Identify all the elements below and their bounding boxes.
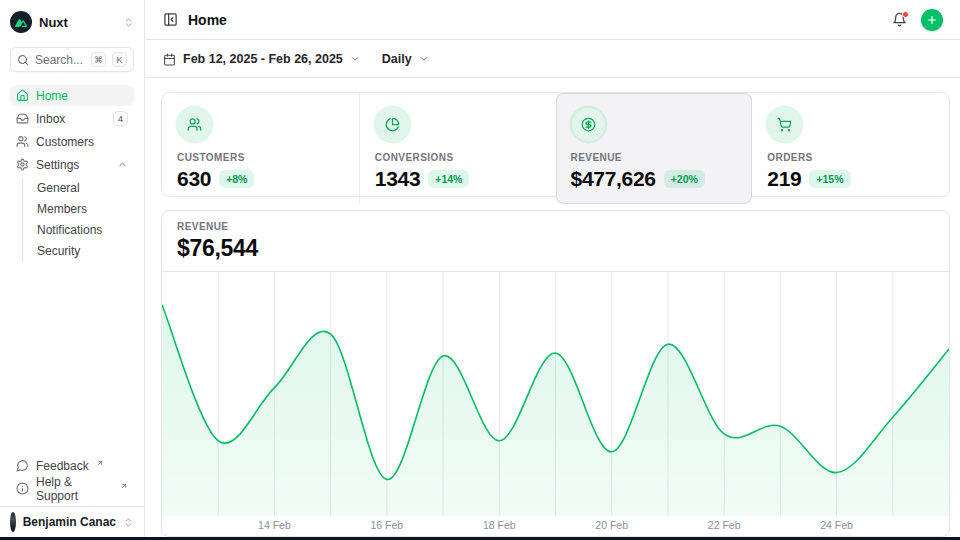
inbox-count-badge: 4 bbox=[113, 111, 128, 126]
area-chart-svg bbox=[162, 272, 949, 516]
info-circle-icon bbox=[16, 482, 29, 495]
stat-value: 219 bbox=[767, 167, 801, 191]
sidebar-item-label: Feedback bbox=[36, 459, 89, 473]
calendar-icon bbox=[163, 53, 176, 66]
search-input[interactable]: Search... ⌘ K bbox=[10, 47, 134, 72]
inbox-icon bbox=[16, 112, 29, 125]
chevron-down-icon bbox=[419, 54, 429, 64]
x-tick-label: 16 Feb bbox=[370, 519, 403, 531]
gear-icon bbox=[16, 158, 29, 171]
pie-chart-icon bbox=[376, 108, 409, 141]
nuxt-logo-icon bbox=[10, 11, 32, 33]
user-name: Benjamin Canac bbox=[23, 515, 116, 529]
kbd-k: K bbox=[112, 52, 127, 67]
chevron-up-icon bbox=[117, 159, 128, 170]
circle-dollar-icon bbox=[572, 108, 605, 141]
chart-x-axis: 14 Feb16 Feb18 Feb20 Feb22 Feb24 Feb bbox=[162, 516, 949, 536]
chart-metric-value: $76,544 bbox=[177, 235, 934, 262]
home-icon bbox=[16, 89, 29, 102]
stat-value: 1343 bbox=[375, 167, 421, 191]
collapse-sidebar-button[interactable] bbox=[163, 12, 178, 27]
users-icon bbox=[178, 108, 211, 141]
chart-header: REVENUE $76,544 bbox=[162, 211, 949, 272]
sidebar-item-label: Home bbox=[36, 89, 68, 103]
search-icon bbox=[17, 54, 29, 66]
chevrons-up-down-icon bbox=[123, 517, 134, 528]
change-badge: +8% bbox=[219, 170, 254, 188]
x-tick-label: 18 Feb bbox=[483, 519, 516, 531]
external-link-icon bbox=[96, 459, 104, 467]
chevrons-up-down-icon bbox=[123, 17, 134, 28]
sidebar-item-notifications[interactable]: Notifications bbox=[34, 220, 134, 241]
x-tick-label: 22 Feb bbox=[708, 519, 741, 531]
sidebar-item-settings[interactable]: Settings bbox=[10, 154, 134, 175]
stat-card-revenue[interactable]: REVENUE $477,626 +20% bbox=[556, 93, 753, 204]
sidebar: Nuxt Search... ⌘ K Home Inbox 4 Customer… bbox=[0, 0, 145, 537]
kbd-cmd: ⌘ bbox=[91, 52, 106, 67]
page-title: Home bbox=[188, 12, 227, 28]
stat-card-customers[interactable]: CUSTOMERS 630 +8% bbox=[162, 93, 359, 204]
plus-icon bbox=[926, 14, 938, 26]
notification-dot bbox=[902, 11, 909, 18]
sidebar-item-help-support[interactable]: Help & Support bbox=[10, 478, 134, 499]
date-range-picker[interactable]: Feb 12, 2025 - Feb 26, 2025 bbox=[163, 52, 360, 66]
granularity-label: Daily bbox=[382, 52, 412, 66]
stat-label: ORDERS bbox=[767, 152, 934, 163]
sidebar-item-members[interactable]: Members bbox=[34, 199, 134, 220]
revenue-chart-card: REVENUE $76,544 14 Feb16 Feb18 Feb20 Feb… bbox=[161, 210, 950, 537]
notifications-button[interactable] bbox=[892, 12, 907, 27]
revenue-area-chart[interactable] bbox=[162, 272, 949, 516]
chart-metric-label: REVENUE bbox=[177, 221, 934, 232]
stats-row: CUSTOMERS 630 +8% CONVERSIONS 1343 +14% … bbox=[161, 92, 950, 197]
x-tick-label: 14 Feb bbox=[258, 519, 291, 531]
sidebar-item-security[interactable]: Security bbox=[34, 241, 134, 262]
avatar bbox=[10, 512, 16, 532]
search-placeholder: Search... bbox=[35, 53, 85, 67]
stat-value: 630 bbox=[177, 167, 211, 191]
change-badge: +20% bbox=[664, 170, 705, 188]
shopping-cart-icon bbox=[768, 108, 801, 141]
sidebar-item-label: Settings bbox=[36, 158, 79, 172]
sidebar-item-home[interactable]: Home bbox=[10, 85, 134, 106]
filters-toolbar: Feb 12, 2025 - Feb 26, 2025 Daily bbox=[146, 41, 960, 78]
sidebar-item-general[interactable]: General bbox=[34, 178, 134, 199]
change-badge: +15% bbox=[809, 170, 850, 188]
top-header: Home bbox=[146, 0, 960, 40]
granularity-select[interactable]: Daily bbox=[382, 52, 429, 66]
stat-card-conversions[interactable]: CONVERSIONS 1343 +14% bbox=[359, 93, 556, 204]
stat-card-orders[interactable]: ORDERS 219 +15% bbox=[752, 93, 949, 204]
workspace-switcher[interactable]: Nuxt bbox=[10, 10, 134, 34]
x-tick-label: 20 Feb bbox=[595, 519, 628, 531]
workspace-name: Nuxt bbox=[39, 15, 116, 30]
stat-label: CUSTOMERS bbox=[177, 152, 344, 163]
sidebar-item-label: Help & Support bbox=[36, 475, 113, 503]
users-icon bbox=[16, 135, 29, 148]
external-link-icon bbox=[120, 482, 128, 490]
user-menu[interactable]: Benjamin Canac bbox=[0, 506, 144, 537]
stat-label: CONVERSIONS bbox=[375, 152, 541, 163]
add-button[interactable] bbox=[921, 9, 943, 31]
sidebar-item-label: Inbox bbox=[36, 112, 65, 126]
sidebar-item-label: Customers bbox=[36, 135, 94, 149]
settings-sub-list: General Members Notifications Security bbox=[22, 178, 134, 262]
sidebar-item-inbox[interactable]: Inbox 4 bbox=[10, 108, 134, 129]
stat-label: REVENUE bbox=[571, 152, 738, 163]
sidebar-item-feedback[interactable]: Feedback bbox=[10, 455, 134, 476]
chevron-down-icon bbox=[350, 54, 360, 64]
sidebar-item-customers[interactable]: Customers bbox=[10, 131, 134, 152]
stat-value: $477,626 bbox=[571, 167, 656, 191]
x-tick-label: 24 Feb bbox=[820, 519, 853, 531]
change-badge: +14% bbox=[428, 170, 469, 188]
date-range-label: Feb 12, 2025 - Feb 26, 2025 bbox=[183, 52, 343, 66]
chat-bubble-icon bbox=[16, 459, 29, 472]
